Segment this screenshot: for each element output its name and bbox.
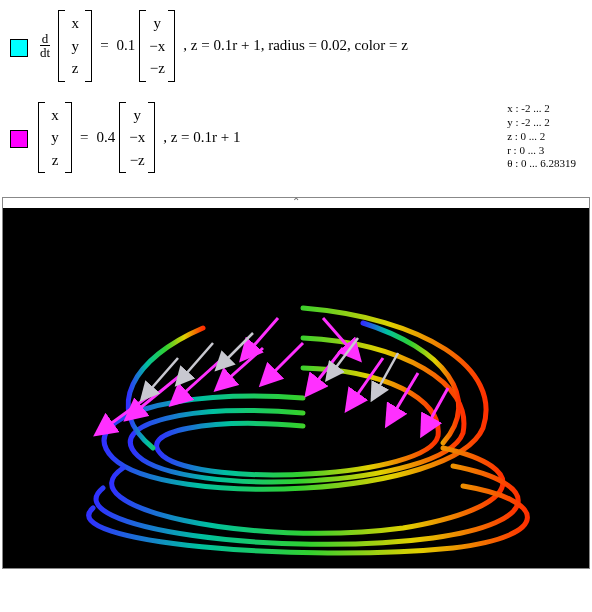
equation-row-2: x y z = 0.4 y −x −z , z = 0.1r + 1 x : - [10, 102, 582, 174]
equals-1: = [100, 37, 108, 54]
range-theta: θ : 0 ... 6.28319 [507, 157, 576, 171]
coef-2: 0.4 [96, 129, 115, 146]
equation-row-1: d dt x y z = 0.1 y −x −z [10, 10, 582, 82]
color-swatch-cyan[interactable] [10, 39, 28, 57]
equation-2[interactable]: x y z = 0.4 y −x −z , z = 0.1r + 1 [38, 102, 241, 174]
equals-2: = [80, 129, 88, 146]
ddt-fraction: d dt [38, 32, 52, 59]
equation-panel: d dt x y z = 0.1 y −x −z [0, 0, 592, 197]
eq2-tail: , z = 0.1r + 1 [163, 129, 240, 146]
eq1-tail: , z = 0.1r + 1, radius = 0.02, color = z [183, 37, 408, 54]
vector-xyz-1: x y z [58, 10, 92, 82]
plot-3d[interactable] [3, 208, 589, 568]
range-y: y : -2 ... 2 [507, 116, 576, 130]
range-x: x : -2 ... 2 [507, 102, 576, 116]
plot-panel: ⌃ [2, 197, 590, 569]
coef-1: 0.1 [117, 37, 136, 54]
range-z: z : 0 ... 2 [507, 130, 576, 144]
vector-out-1: y −x −z [139, 10, 175, 82]
equation-1[interactable]: d dt x y z = 0.1 y −x −z [38, 10, 408, 82]
vector-xyz-2: x y z [38, 102, 72, 174]
resize-handle-icon[interactable]: ⌃ [3, 198, 589, 208]
axis-ranges: x : -2 ... 2 y : -2 ... 2 z : 0 ... 2 r … [507, 102, 576, 171]
color-swatch-magenta[interactable] [10, 130, 28, 148]
range-r: r : 0 ... 3 [507, 144, 576, 158]
vector-out-2: y −x −z [119, 102, 155, 174]
